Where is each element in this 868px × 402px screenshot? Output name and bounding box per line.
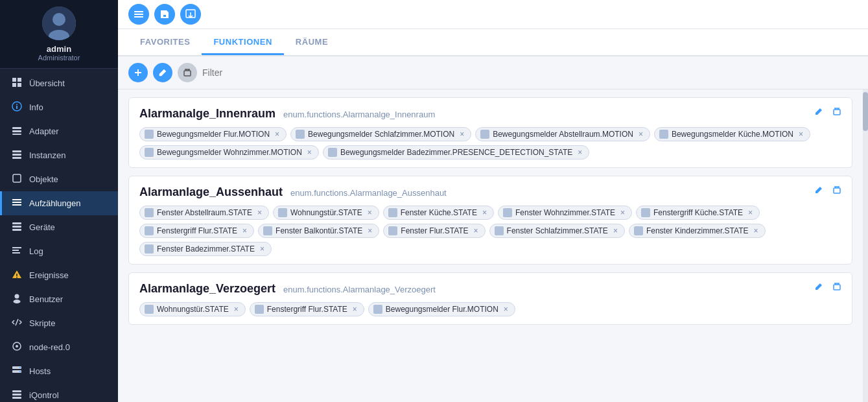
sidebar-item-info[interactable]: Info [0,95,118,119]
svg-rect-21 [12,226,21,228]
tag-label: Fenster Küche.STATE [401,208,477,217]
tag-icon [145,208,154,217]
sidebar-item-geraete[interactable]: Geräte [0,215,118,239]
sidebar-item-uebersicht[interactable]: Übersicht [0,71,118,95]
tag-remove[interactable]: × [275,130,279,139]
tags-row-2: Fenster Abstellraum.STATE × Wohnungstür.… [139,206,841,256]
sidebar-item-iqontrol[interactable]: iQontrol [0,383,118,402]
tag-label: Fenstergriff Flur.STATE [157,226,237,235]
tag-remove[interactable]: × [799,130,803,139]
tag-1-3: Bewegungsmelder Küche.MOTION × [654,127,810,141]
tag-remove[interactable]: × [368,226,372,235]
svg-rect-61 [329,149,336,156]
sidebar-label-adapter: Adapter [29,126,59,136]
edit-button[interactable] [153,63,172,82]
tag-remove[interactable]: × [242,226,247,235]
svg-point-1 [53,13,65,26]
tag-remove[interactable]: × [620,208,625,217]
save-button[interactable] [154,4,175,25]
delete-enum-button-3[interactable] [830,281,844,294]
sidebar-item-benutzer[interactable]: Benutzer [0,287,118,311]
tag-remove[interactable]: × [613,226,618,235]
sidebar-item-aufzaehlungen[interactable]: Aufzählungen [0,191,118,215]
info-icon [11,101,23,113]
tag-remove[interactable]: × [482,208,487,217]
sidebar-item-log[interactable]: Log [0,239,118,263]
tag-icon [145,226,154,235]
tag-remove[interactable]: × [639,130,643,139]
enum-id-1: enum.functions.Alarmanalge_Innenraum [283,110,435,119]
tag-remove[interactable]: × [748,208,753,217]
edit-enum-button-3[interactable] [812,281,826,294]
skripte-icon [11,317,23,329]
tag-remove[interactable]: × [260,244,264,254]
svg-rect-17 [12,199,21,200]
svg-rect-60 [146,149,152,156]
delete-enum-button-2[interactable] [830,184,844,198]
svg-rect-68 [390,209,396,216]
tag-remove[interactable]: × [504,305,508,314]
svg-rect-83 [375,306,381,313]
enum-title-2: Alarmanlage_Aussenhaut [139,185,283,199]
list-view-button[interactable] [128,4,149,25]
tag-remove[interactable]: × [234,305,239,314]
scrollbar-thumb[interactable] [863,92,868,131]
hosts-icon [11,365,23,377]
tag-remove[interactable]: × [307,148,312,157]
svg-rect-15 [12,157,21,159]
tag-remove[interactable]: × [474,226,478,235]
sidebar-label-objekte: Objekte [29,174,58,184]
log-icon [11,245,23,257]
filter-input[interactable] [202,67,319,78]
tag-3-1: Fenstergriff Flur.STATE × [250,302,364,316]
tag-remove[interactable]: × [353,305,357,314]
add-enum-button[interactable] [128,63,148,82]
svg-rect-42 [134,14,143,15]
sidebar-label-aufzaehlungen: Aufzählungen [29,198,81,208]
tag-remove[interactable]: × [368,208,372,217]
tag-2-6: Fenster Balkontür.STATE × [258,224,379,238]
sidebar-item-objekte[interactable]: Objekte [0,167,118,191]
delete-enum-button-1[interactable] [830,106,844,119]
export-button[interactable] [180,4,201,25]
sidebar-item-skripte[interactable]: Skripte [0,311,118,335]
tag-remove[interactable]: × [578,148,582,157]
tab-favorites[interactable]: FAVORITES [128,29,202,55]
tag-2-7: Fenster Flur.STATE × [383,224,485,238]
delete-button[interactable] [178,63,197,82]
tag-1-5: Bewegungsmelder Badezimmer.PRESENCE_DETE… [323,145,589,160]
edit-enum-button-2[interactable] [812,184,826,198]
sidebar-item-adapter[interactable]: Adapter [0,119,118,143]
svg-rect-6 [18,83,21,87]
sidebar-item-instanzen[interactable]: Instanzen [0,143,118,167]
tag-icon [145,148,154,157]
svg-rect-75 [635,228,642,234]
tag-label: Fenster Abstellraum.STATE [157,208,252,217]
svg-rect-22 [12,229,21,231]
edit-enum-button-1[interactable] [812,106,826,119]
sidebar-item-hosts[interactable]: Hosts [0,359,118,383]
sidebar-label-hosts: Hosts [29,366,51,376]
tab-raeume[interactable]: RÄUME [284,29,340,55]
instanzen-icon [11,149,23,161]
tag-label: Bewegungsmelder Flur.MOTION [157,130,270,139]
tag-remove[interactable]: × [257,208,262,217]
sidebar-item-ereignisse[interactable]: Ereignisse [0,263,118,287]
tag-3-0: Wohnungstür.STATE × [139,302,246,316]
tag-2-2: Fenster Küche.STATE × [383,206,494,220]
tag-label: Bewegungsmelder Wohnzimmer.MOTION [157,148,302,157]
tag-remove[interactable]: × [460,130,464,139]
top-toolbar [118,0,868,29]
tab-funktionen[interactable]: FUNKTIONEN [202,29,283,55]
scrollbar[interactable] [863,89,868,402]
tag-remove[interactable]: × [753,226,758,235]
svg-rect-14 [12,154,21,156]
sidebar-item-node-red[interactable]: node-red.0 [0,335,118,359]
tag-1-2: Bewegungsmelder Abstellraum.MOTION × [475,127,650,141]
svg-rect-76 [146,246,152,252]
tag-icon [145,244,154,254]
svg-rect-41 [134,11,143,12]
enum-card-alarmanlage-aussenhaut: Alarmanlage_Aussenhaut enum.functions.Al… [128,176,852,265]
svg-rect-62 [834,188,840,193]
svg-rect-81 [146,306,152,313]
